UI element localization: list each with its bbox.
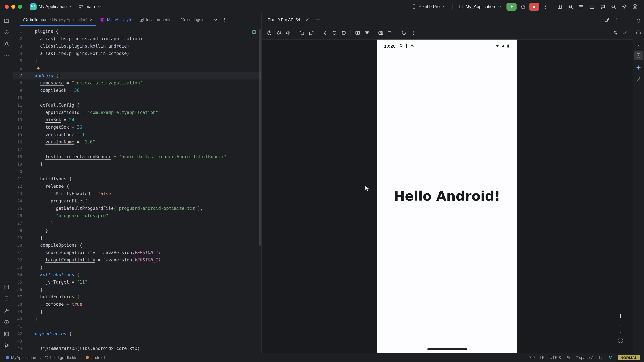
code-line-9[interactable]: 9 compileSdk = 36: [14, 87, 261, 94]
device-explorer-icon[interactable]: [2, 294, 11, 303]
screen-record-icon[interactable]: [386, 28, 394, 37]
chevron-down-icon[interactable]: [211, 15, 220, 24]
intention-bulb-icon[interactable]: [36, 66, 41, 71]
code-search-icon[interactable]: [566, 2, 575, 11]
power-icon[interactable]: [265, 28, 274, 37]
problems-icon[interactable]: [2, 318, 11, 327]
display-settings-icon[interactable]: [611, 28, 620, 37]
hardware-input-icon[interactable]: [362, 28, 371, 37]
code-line-23[interactable]: 23 isMinifyEnabled = false: [14, 190, 261, 197]
editor-tab-local.properties[interactable]: local.properties: [136, 13, 177, 26]
file-encoding[interactable]: UTF-8: [550, 355, 561, 360]
gesture-navigation-bar[interactable]: [427, 348, 467, 350]
debug-icon[interactable]: [518, 2, 527, 11]
fullscreen-window-button[interactable]: [18, 4, 22, 8]
device-manager-icon[interactable]: [634, 39, 643, 49]
code-line-17[interactable]: 17: [14, 146, 261, 153]
avatar-icon[interactable]: [630, 2, 639, 11]
editor-scrollbar[interactable]: [258, 29, 260, 246]
code-line-42[interactable]: 42dependencies {: [14, 330, 261, 338]
code-line-10[interactable]: 10: [14, 94, 261, 102]
run-config-selector[interactable]: My_Application: [456, 3, 504, 10]
zoom-level[interactable]: 1:1: [618, 331, 623, 335]
code-line-27[interactable]: 27 ): [14, 220, 261, 227]
zoom-out-icon[interactable]: [616, 321, 624, 329]
close-window-button[interactable]: [5, 4, 9, 8]
code-line-33[interactable]: 33 }: [14, 264, 261, 271]
volume-down-icon[interactable]: [284, 28, 292, 37]
editor-tab-build.gradle.kts[interactable]: build.gradle.kts(My Application): [20, 13, 96, 26]
code-line-20[interactable]: 20: [14, 168, 261, 175]
commit-icon[interactable]: [2, 27, 11, 37]
code-line-35[interactable]: 35 jvmTarget = "11": [14, 279, 261, 286]
code-line-25[interactable]: 25 getDefaultProguardFile("proguard-andr…: [14, 205, 261, 212]
code-line-40[interactable]: 40}: [14, 316, 261, 323]
code-line-11[interactable]: 11 defaultConfig {: [14, 102, 261, 109]
overview-icon[interactable]: [340, 28, 348, 37]
more-vertical-icon[interactable]: [220, 15, 228, 24]
device-ready-check-icon[interactable]: [620, 28, 629, 37]
code-line-18[interactable]: 18 testInstrumentationRunner = "androidx…: [14, 153, 261, 161]
pull-requests-icon[interactable]: [2, 39, 11, 49]
notifications-icon[interactable]: [634, 16, 643, 25]
more-vertical-icon[interactable]: [612, 15, 620, 24]
hide-icon[interactable]: [621, 15, 630, 24]
code-line-31[interactable]: 31 sourceCompatibility = JavaVersion.VER…: [14, 249, 261, 256]
code-line-6[interactable]: 6: [14, 65, 261, 72]
version-control-icon[interactable]: [2, 341, 11, 350]
indent-setting[interactable]: 2 spaces*: [576, 355, 593, 360]
shield-check-icon[interactable]: [598, 355, 603, 360]
code-line-1[interactable]: 1plugins {: [14, 28, 261, 35]
volume-up-icon[interactable]: [274, 28, 283, 37]
code-line-24[interactable]: 24 proguardFiles(: [14, 197, 261, 205]
settings-icon[interactable]: [620, 2, 628, 11]
code-line-5[interactable]: 5}: [14, 57, 261, 65]
breadcrumb-MyApplication[interactable]: MyApplication: [4, 355, 42, 360]
code-line-4[interactable]: 4 alias(libs.plugins.kotlin.compose): [14, 50, 261, 57]
vim-icon[interactable]: V: [608, 355, 613, 360]
caret-position[interactable]: 7:9: [529, 355, 535, 360]
run-button[interactable]: [506, 2, 516, 10]
restart-icon[interactable]: [400, 28, 408, 37]
close-icon[interactable]: [90, 18, 93, 21]
code-line-7[interactable]: 7android {: [14, 72, 261, 79]
breadcrumb-android[interactable]: android: [84, 355, 106, 360]
code-line-32[interactable]: 32 targetCompatibility = JavaVersion.VER…: [14, 256, 261, 264]
code-line-41[interactable]: 41: [14, 323, 261, 330]
inspections-passed-icon[interactable]: [252, 29, 256, 34]
code-line-16[interactable]: 16 versionName = "1.0": [14, 138, 261, 146]
home-icon[interactable]: [330, 28, 339, 37]
rotate-right-icon[interactable]: [307, 28, 316, 37]
more-vertical-icon[interactable]: [409, 28, 418, 37]
code-line-44[interactable]: 44 implementation(libs.androidx.core.ktx…: [14, 345, 261, 352]
code-line-26[interactable]: 26 "proguard-rules.pro": [14, 212, 261, 220]
code-line-29[interactable]: 29 }: [14, 234, 261, 242]
code-line-19[interactable]: 19 }: [14, 161, 261, 168]
logcat-icon[interactable]: [2, 282, 11, 292]
code-line-21[interactable]: 21 buildTypes {: [14, 175, 261, 183]
code-line-28[interactable]: 28 }: [14, 227, 261, 234]
code-line-37[interactable]: 37 buildFeatures {: [14, 293, 261, 301]
code-line-34[interactable]: 34 kotlinOptions {: [14, 271, 261, 279]
open-in-window-icon[interactable]: [602, 15, 611, 24]
more-horizontal-icon[interactable]: [2, 51, 11, 60]
code-line-22[interactable]: 22 release {: [14, 183, 261, 190]
layout-inspector-icon[interactable]: [556, 2, 564, 11]
code-line-8[interactable]: 8 namespace = "com.example.myapplication…: [14, 79, 261, 87]
line-separator[interactable]: LF: [540, 355, 544, 360]
more-run-options-icon[interactable]: [541, 2, 550, 11]
device-selector[interactable]: Pixel 9 Pro: [409, 3, 449, 10]
lock-icon[interactable]: [566, 355, 570, 360]
toolbox-icon[interactable]: [588, 2, 596, 11]
resize-display-icon[interactable]: [353, 28, 362, 37]
device-screen[interactable]: 10:20 Hello Android!: [377, 39, 517, 353]
code-line-2[interactable]: 2 alias(libs.plugins.android.application…: [14, 35, 261, 42]
code-line-13[interactable]: 13 minSdk = 24: [14, 116, 261, 124]
fit-screen-icon[interactable]: [616, 337, 624, 345]
stop-button[interactable]: [529, 2, 539, 10]
code-line-39[interactable]: 39 }: [14, 308, 261, 316]
gemini-icon[interactable]: [634, 63, 643, 72]
screenshot-icon[interactable]: [376, 28, 385, 37]
back-icon[interactable]: [321, 28, 330, 37]
branch-widget[interactable]: main: [76, 3, 104, 10]
